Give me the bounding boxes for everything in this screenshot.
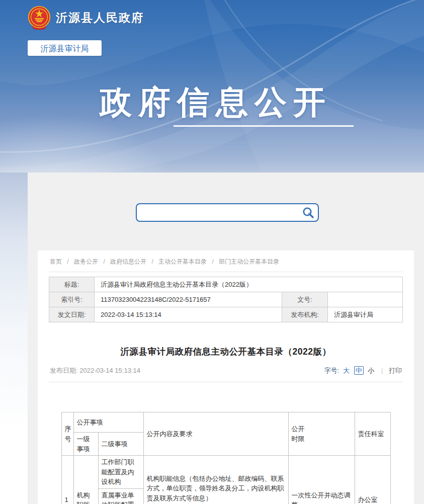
- meta-index-label: 索引号:: [49, 292, 95, 307]
- article-title: 沂源县审计局政府信息主动公开基本目录（2022版）: [49, 346, 403, 358]
- fontsize-print-divider: |: [381, 367, 383, 374]
- page: 沂源县人民政府 沂源县审计局 政府信息公开 首页 / 政务公开 /: [0, 0, 424, 504]
- meta-docno-label: 文号:: [282, 292, 328, 307]
- breadcrumb-separator: /: [67, 258, 68, 265]
- document-meta-table: 标题: 沂源县审计局政府信息主动公开基本目录（2022版） 索引号: 11370…: [49, 277, 403, 322]
- search-button[interactable]: [299, 204, 318, 221]
- cell-level2-a: 工作部门职能配置及内设机构: [98, 456, 143, 489]
- meta-index-value: 11370323004223148C/2022-5171657: [95, 292, 282, 307]
- breadcrumb-home[interactable]: 首页: [50, 258, 62, 265]
- gov-site-title: 沂源县人民政府: [56, 10, 144, 26]
- publish-info-row: 发布日期: 2022-03-14 15:13:14 字号: 大 中 小 | 打印: [49, 366, 403, 382]
- banner-title-underline: [174, 125, 354, 127]
- cell-level1: 机构职能: [73, 456, 98, 504]
- fontsize-controls: 字号: 大 中 小 | 打印: [324, 366, 402, 375]
- breadcrumb-separator: /: [212, 258, 213, 265]
- national-emblem-icon: [27, 6, 51, 30]
- col-header-level1: 一级事项: [73, 433, 98, 456]
- content-panel: 首页 / 政务公开 / 政府信息公开 / 主动公开基本目录 / 部门主动公开基本…: [28, 173, 424, 504]
- publish-date-label: 发布日期:: [50, 367, 79, 374]
- site-logo: 沂源县人民政府: [27, 6, 144, 30]
- col-header-time-limit: 公开 时限: [288, 412, 355, 456]
- fontsize-large-button[interactable]: 大: [343, 367, 350, 374]
- public-catalog-table: 序号 公开事项 公开内容及要求 公开 时限 责任科室 一级事项 二级事项 1 机…: [61, 412, 391, 504]
- search-icon: [302, 206, 315, 219]
- meta-date-label: 发文日期:: [49, 307, 95, 322]
- article-card: 首页 / 政务公开 / 政府信息公开 / 主动公开基本目录 / 部门主动公开基本…: [38, 250, 414, 504]
- col-header-level2: 二级事项: [98, 433, 143, 456]
- meta-title-value: 沂源县审计局政府信息主动公开基本目录（2022版）: [95, 277, 403, 292]
- publish-date-value: 2022-03-14 15:13:14: [79, 367, 140, 374]
- breadcrumb-gov-info[interactable]: 政府信息公开: [110, 258, 146, 265]
- cell-seq: 1: [61, 456, 73, 504]
- col-header-public-item: 公开事项: [73, 412, 143, 433]
- meta-org-label: 发布机构:: [282, 307, 328, 322]
- search-box: [136, 203, 319, 222]
- breadcrumb: 首页 / 政务公开 / 政府信息公开 / 主动公开基本目录 / 部门主动公开基本…: [49, 250, 403, 272]
- breadcrumb-separator: /: [151, 258, 153, 265]
- search-input[interactable]: [142, 206, 299, 220]
- col-header-seq: 序号: [61, 412, 73, 456]
- meta-title-label: 标题:: [49, 277, 95, 292]
- meta-org-value: 沂源县审计局: [328, 307, 403, 322]
- meta-date-value: 2022-03-14 15:13:14: [95, 307, 282, 322]
- fontsize-label: 字号:: [324, 367, 340, 374]
- dept-tab-button[interactable]: 沂源县审计局: [28, 40, 102, 56]
- breadcrumb-current: 部门主动公开基本目录: [219, 258, 279, 265]
- meta-docno-value: [328, 292, 403, 307]
- breadcrumb-zhengwu[interactable]: 政务公开: [74, 258, 98, 265]
- fontsize-small-button[interactable]: 小: [368, 367, 374, 374]
- banner-page-title: 政府信息公开: [100, 80, 332, 124]
- banner: 沂源县人民政府 沂源县审计局 政府信息公开: [0, 0, 424, 173]
- cell-content-ab: 机构职能信息（包括办公地址、邮政编码、联系方式，单位职责，领导姓名及分工，内设机…: [143, 456, 288, 504]
- col-header-dept: 责任科室: [355, 412, 390, 456]
- breadcrumb-catalog[interactable]: 主动公开基本目录: [158, 258, 207, 265]
- print-button[interactable]: 打印: [389, 367, 402, 374]
- col-header-content: 公开内容及要求: [143, 412, 288, 456]
- cell-level2-b: 直属事业单位职能配置及内设机构: [98, 488, 143, 504]
- publish-date: 发布日期: 2022-03-14 15:13:14: [50, 366, 140, 375]
- cell-time-limit: 一次性公开并动态调整: [288, 456, 355, 504]
- breadcrumb-separator: /: [103, 258, 105, 265]
- cell-dept: 办公室: [355, 456, 390, 504]
- fontsize-medium-button[interactable]: 中: [354, 366, 364, 375]
